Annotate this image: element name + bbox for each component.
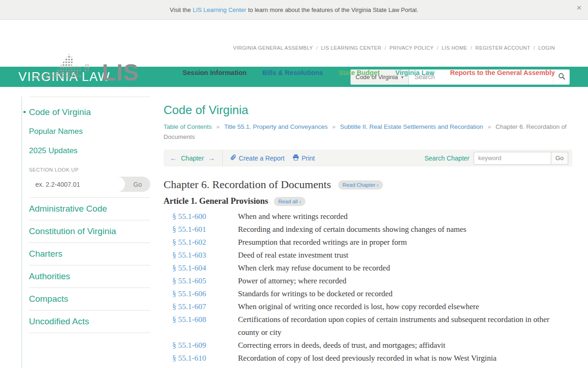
page-title: Code of Virginia <box>164 103 572 117</box>
sidebar-link-administrative-code[interactable]: Administrative Code <box>29 204 107 213</box>
section-link[interactable]: § 55.1-607 <box>172 302 206 311</box>
utility-link-general-assembly[interactable]: VIRGINIA GENERAL ASSEMBLY <box>233 45 313 51</box>
section-row: § 55.1-605 Power of attorney; where reco… <box>164 275 572 288</box>
section-row: § 55.1-603 Deed of real estate investmen… <box>164 249 572 262</box>
learning-center-banner: Visit the LIS Learning Center to learn m… <box>0 0 588 20</box>
section-title: Correcting errors in deeds, deeds of tru… <box>238 339 572 352</box>
article-heading: Article 1. General Provisions <box>164 196 268 206</box>
breadcrumb: Table of Contents » Title 55.1. Property… <box>164 122 572 142</box>
sidebar-item-2025-updates[interactable]: 2025 Updates <box>29 141 150 161</box>
section-lookup-input[interactable] <box>29 177 125 192</box>
sidebar-item-popular-names[interactable]: Popular Names <box>29 122 150 141</box>
section-lookup: Go <box>29 177 150 192</box>
print-label: Print <box>301 155 315 162</box>
section-title: Standards for writings to be docketed or… <box>238 288 572 300</box>
breadcrumb-table-of-contents[interactable]: Table of Contents <box>164 123 212 130</box>
sidebar-link-compacts[interactable]: Compacts <box>29 294 68 304</box>
section-link[interactable]: § 55.1-609 <box>172 341 206 350</box>
nav-session-information[interactable]: Session Information <box>183 69 247 76</box>
section-link[interactable]: § 55.1-602 <box>172 238 206 247</box>
sidebar-link-popular-names[interactable]: Popular Names <box>29 127 83 136</box>
section-title: When and where writings recorded <box>238 210 572 223</box>
section-link[interactable]: § 55.1-604 <box>172 264 206 272</box>
section-title: Certifications of recordation upon copie… <box>238 313 572 339</box>
breadcrumb-separator: » <box>488 123 492 130</box>
toolbar-divider <box>222 150 223 167</box>
site-header: LIS VIRGINIA GENERAL ASSEMBLY/LIS LEARNI… <box>0 20 588 67</box>
sidebar-item-charters[interactable]: Charters <box>29 242 150 265</box>
toolbar-left: ← Chapter → Create a Report <box>170 150 323 167</box>
nav-state-budget[interactable]: State Budget <box>339 69 379 76</box>
section-link[interactable]: § 55.1-608 <box>172 315 206 324</box>
section-lookup-go-button[interactable]: Go <box>125 177 150 192</box>
section-title: Recording and indexing of certain docume… <box>238 223 572 236</box>
lis-logo[interactable]: LIS <box>29 53 139 82</box>
nav-bills-resolutions[interactable]: Bills & Resolutions <box>262 69 323 76</box>
sidebar-link-2025-updates[interactable]: 2025 Updates <box>29 146 78 155</box>
section-row: § 55.1-608 Certifications of recordation… <box>164 313 572 339</box>
utility-link-privacy-policy[interactable]: PRIVACY POLICY <box>390 45 434 51</box>
printer-icon <box>293 154 299 162</box>
next-chapter-arrow[interactable]: → <box>208 154 215 162</box>
print-link[interactable]: Print <box>293 154 315 162</box>
banner-text-suffix: to learn more about the features of the … <box>248 6 418 13</box>
main-content: Code of Virginia Table of Contents » Tit… <box>164 97 572 368</box>
chapter-search-go-button[interactable]: Go <box>551 152 568 165</box>
sidebar-link-code-of-virginia[interactable]: Code of Virginia <box>29 107 91 117</box>
section-link[interactable]: § 55.1-610 <box>172 354 206 362</box>
utility-link-learning-center[interactable]: LIS LEARNING CENTER <box>321 45 382 51</box>
section-title: Recordation of copy of lost deed previou… <box>238 352 572 365</box>
main-nav: Session Information Bills & Resolutions … <box>183 69 555 76</box>
breadcrumb-title-55-1[interactable]: Title 55.1. Property and Conveyances <box>224 123 328 130</box>
chapter-heading: Chapter 6. Recordation of Documents <box>164 178 331 191</box>
create-report-link[interactable]: Create a Report <box>230 154 285 162</box>
section-link[interactable]: § 55.1-600 <box>172 212 206 221</box>
nav-reports-general-assembly[interactable]: Reports to the General Assembly <box>450 69 555 76</box>
chapter-pager-label[interactable]: Chapter <box>181 155 204 162</box>
breadcrumb-separator: » <box>216 123 220 130</box>
toolbar-right: Search Chapter Go <box>424 152 572 165</box>
previous-chapter-arrow[interactable]: ← <box>170 154 177 162</box>
sidebar-link-charters[interactable]: Charters <box>29 249 62 259</box>
section-title: Deed of real estate investment trust <box>238 249 572 262</box>
chapter-heading-row: Chapter 6. Recordation of Documents Read… <box>164 178 572 191</box>
chapter-keyword-input[interactable] <box>474 152 551 165</box>
read-all-button[interactable]: Read all › <box>274 197 305 206</box>
section-row: § 55.1-601 Recording and indexing of cer… <box>164 223 572 236</box>
section-link[interactable]: § 55.1-605 <box>172 276 206 285</box>
sidebar-link-constitution[interactable]: Constitution of Virginia <box>29 226 116 236</box>
sidebar-item-authorities[interactable]: Authorities <box>29 265 150 288</box>
page-body: • Code of Virginia Popular Names 2025 Up… <box>0 97 588 368</box>
section-title: Power of attorney; where recorded <box>238 275 572 288</box>
sidebar-item-administrative-code[interactable]: Administrative Code <box>29 197 150 220</box>
sidebar-item-compacts[interactable]: Compacts <box>29 288 150 310</box>
section-link[interactable]: § 55.1-603 <box>172 251 206 259</box>
utility-link-lis-home[interactable]: LIS HOME <box>442 45 468 51</box>
paperclip-icon <box>230 154 237 162</box>
breadcrumb-subtitle-ii[interactable]: Subtitle II. Real Estate Settlements and… <box>340 123 483 130</box>
utility-separator: / <box>533 45 535 51</box>
sidebar-item-uncodified-acts[interactable]: Uncodified Acts <box>29 310 150 333</box>
virginia-law-portal-page: Visit the LIS Learning Center to learn m… <box>0 0 588 368</box>
search-submit-button[interactable] <box>553 69 570 85</box>
sidebar-bottom-divider <box>29 333 150 333</box>
section-link[interactable]: § 55.1-606 <box>172 289 206 298</box>
chapter-toolbar: ← Chapter → Create a Report <box>164 150 572 167</box>
lis-learning-center-link[interactable]: LIS Learning Center <box>193 6 246 13</box>
sidebar-item-constitution[interactable]: Constitution of Virginia <box>29 220 150 242</box>
sidebar-item-code-of-virginia[interactable]: • Code of Virginia <box>29 104 150 122</box>
section-title: When clerk may refuse document to be rec… <box>238 262 572 275</box>
utility-link-register-account[interactable]: REGISTER ACCOUNT <box>475 45 530 51</box>
virginia-dotted-map-icon <box>29 53 98 82</box>
utility-link-login[interactable]: LOGIN <box>538 45 555 51</box>
section-link[interactable]: § 55.1-601 <box>172 225 206 234</box>
sidebar-link-uncodified-acts[interactable]: Uncodified Acts <box>29 316 89 326</box>
section-row: § 55.1-610 Recordation of copy of lost d… <box>164 352 572 365</box>
sidebar-link-authorities[interactable]: Authorities <box>29 271 70 281</box>
nav-virginia-law[interactable]: Virginia Law <box>396 69 435 76</box>
lis-logo-text: LIS <box>102 63 139 82</box>
section-title: Presumption that recorded writings are i… <box>238 236 572 249</box>
utility-separator: / <box>437 45 438 51</box>
read-chapter-button[interactable]: Read Chapter › <box>338 180 384 190</box>
close-icon[interactable]: × <box>577 3 582 12</box>
